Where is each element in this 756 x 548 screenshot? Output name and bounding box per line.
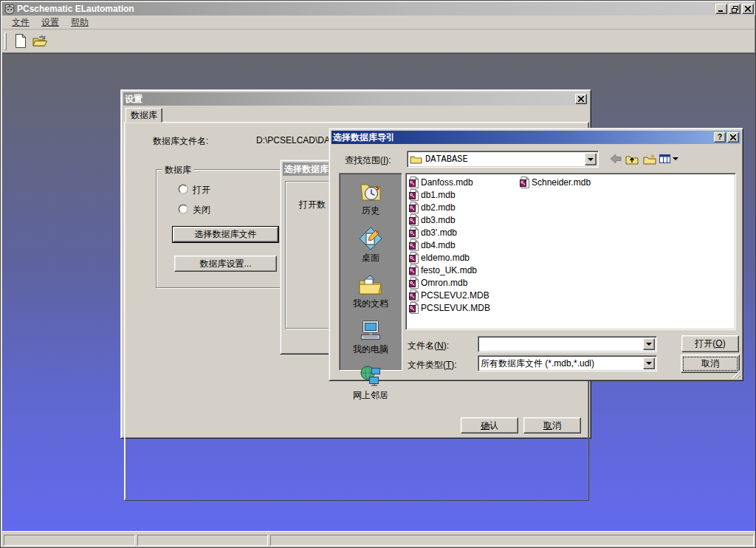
- file-type-dropdown-button[interactable]: [643, 357, 655, 369]
- file-name: eldemo.mdb: [421, 253, 470, 263]
- desktop-icon: [359, 227, 382, 250]
- settings-close-button[interactable]: [575, 94, 587, 104]
- status-bar: [2, 531, 755, 547]
- look-in-label: 查找范围(I):: [345, 154, 391, 167]
- ok-button[interactable]: 确认: [461, 417, 518, 434]
- open-button[interactable]: 打开(O): [681, 335, 739, 352]
- main-toolbar: [2, 29, 755, 53]
- mdb-file-icon: [409, 202, 419, 213]
- file-name-combobox[interactable]: [478, 336, 657, 352]
- view-menu-button[interactable]: [659, 152, 678, 165]
- file-name: Omron.mdb: [421, 278, 467, 288]
- help-button[interactable]: ?: [714, 132, 726, 143]
- file-dialog-title: 选择数据库导引: [333, 131, 395, 144]
- file-item[interactable]: db3.mdb: [409, 213, 520, 226]
- file-item[interactable]: Danfoss.mdb: [409, 176, 520, 188]
- file-name: Schneider.mdb: [532, 177, 591, 188]
- view-menu-icon: [659, 154, 671, 164]
- back-button[interactable]: [608, 152, 623, 165]
- mdb-file-icon: [409, 252, 419, 264]
- my-documents-icon: [358, 274, 383, 296]
- file-dialog-close-button[interactable]: [727, 132, 739, 143]
- place-desktop[interactable]: 桌面: [359, 227, 382, 264]
- place-label: 我的文档: [353, 298, 388, 310]
- file-item[interactable]: db2.mdb: [409, 201, 520, 213]
- menu-file[interactable]: 文件: [7, 16, 35, 30]
- file-dialog-titlebar[interactable]: 选择数据库导引 ?: [331, 131, 740, 144]
- menu-bar: 文件 设置 帮助: [2, 16, 755, 29]
- background-dialog-title: 选择数据库: [284, 163, 329, 176]
- new-folder-button[interactable]: [642, 152, 657, 165]
- mdb-file-icon: [409, 177, 419, 188]
- file-item[interactable]: db4.mdb: [409, 239, 520, 251]
- file-item[interactable]: PCSLEVU2.MDB: [409, 289, 520, 301]
- file-item[interactable]: eldemo.mdb: [409, 251, 520, 264]
- file-item[interactable]: db1.mdb: [409, 188, 520, 201]
- file-type-label: 文件类型(T):: [408, 359, 457, 371]
- cancel-button[interactable]: 取消: [523, 417, 581, 434]
- new-document-button[interactable]: [11, 32, 30, 50]
- file-item[interactable]: PCSLEVUK.MDB: [409, 301, 520, 314]
- file-name: db4.mdb: [421, 240, 456, 250]
- file-name: Danfoss.mdb: [421, 177, 473, 188]
- chevron-down-icon: [646, 362, 652, 365]
- file-item[interactable]: db3'.mdb: [409, 226, 520, 239]
- place-history[interactable]: 历史: [359, 181, 382, 217]
- radio-open[interactable]: [179, 185, 188, 193]
- background-dialog-text: 打开数: [299, 199, 326, 211]
- menu-help[interactable]: 帮助: [66, 16, 94, 30]
- mdb-file-icon: [409, 214, 419, 226]
- database-settings-button[interactable]: 数据库设置...: [174, 256, 277, 272]
- file-item[interactable]: Schneider.mdb: [520, 176, 630, 188]
- place-network[interactable]: 网上邻居: [353, 366, 388, 402]
- file-dialog-cancel-label: 取消: [701, 357, 719, 370]
- cancel-label: 取: [543, 420, 552, 431]
- file-name: PCSLEVU2.MDB: [421, 290, 489, 301]
- place-my-documents[interactable]: 我的文档: [353, 274, 388, 310]
- look-in-dropdown-button[interactable]: [585, 153, 597, 165]
- open-file-button[interactable]: [30, 32, 49, 50]
- file-name-dropdown-button[interactable]: [643, 338, 655, 350]
- history-icon: [359, 181, 382, 203]
- radio-open-label[interactable]: 打开: [193, 184, 210, 196]
- file-dialog-cancel-button[interactable]: 取消: [681, 355, 740, 373]
- main-titlebar[interactable]: PCschematic ELautomation: [2, 2, 755, 16]
- close-icon: [578, 96, 584, 102]
- db-filename-value: D:\PCSELCAD\DAT.: [256, 135, 336, 145]
- chevron-down-icon: [673, 157, 678, 160]
- mdb-file-icon: [409, 302, 419, 314]
- mdb-file-icon: [409, 189, 419, 201]
- restore-button[interactable]: [729, 4, 740, 14]
- menu-settings[interactable]: 设置: [36, 16, 64, 30]
- up-one-level-button[interactable]: [625, 152, 639, 165]
- toolbar-gripper[interactable]: [4, 32, 7, 50]
- help-icon: ?: [718, 134, 722, 141]
- radio-closed[interactable]: [179, 205, 188, 213]
- radio-closed-label[interactable]: 关闭: [193, 204, 210, 216]
- place-label: 网上邻居: [353, 389, 388, 402]
- place-label: 桌面: [362, 252, 379, 264]
- mdb-file-icon: [520, 177, 529, 188]
- file-type-combobox[interactable]: 所有数据库文件 (*.mdb,*.udl): [478, 355, 657, 371]
- minimize-icon: [718, 6, 724, 12]
- mdb-file-icon: [409, 290, 419, 301]
- tab-database[interactable]: 数据库: [126, 108, 162, 123]
- place-my-computer[interactable]: 我的电脑: [353, 320, 388, 356]
- file-item[interactable]: festo_UK.mdb: [409, 264, 520, 276]
- look-in-combobox[interactable]: DATABASE: [407, 151, 599, 168]
- db-filename-label: 数据库文件名:: [153, 135, 208, 148]
- file-name: festo_UK.mdb: [421, 265, 477, 275]
- file-name-label: 文件名(N):: [408, 340, 449, 352]
- back-arrow-icon: [610, 154, 622, 164]
- chevron-down-icon: [646, 343, 652, 346]
- close-button[interactable]: [742, 4, 754, 14]
- network-places-icon: [359, 366, 382, 388]
- file-item[interactable]: Omron.mdb: [409, 276, 520, 289]
- mdb-file-icon: [409, 264, 419, 276]
- status-panel: [270, 535, 754, 546]
- settings-titlebar[interactable]: 设置: [123, 92, 588, 106]
- file-list[interactable]: Danfoss.mdb db1.mdb db2.mdb db3.mdb db3'…: [405, 173, 736, 330]
- my-computer-icon: [359, 320, 382, 342]
- select-database-file-button[interactable]: 选择数据库文件: [173, 227, 278, 242]
- minimize-button[interactable]: [715, 4, 727, 14]
